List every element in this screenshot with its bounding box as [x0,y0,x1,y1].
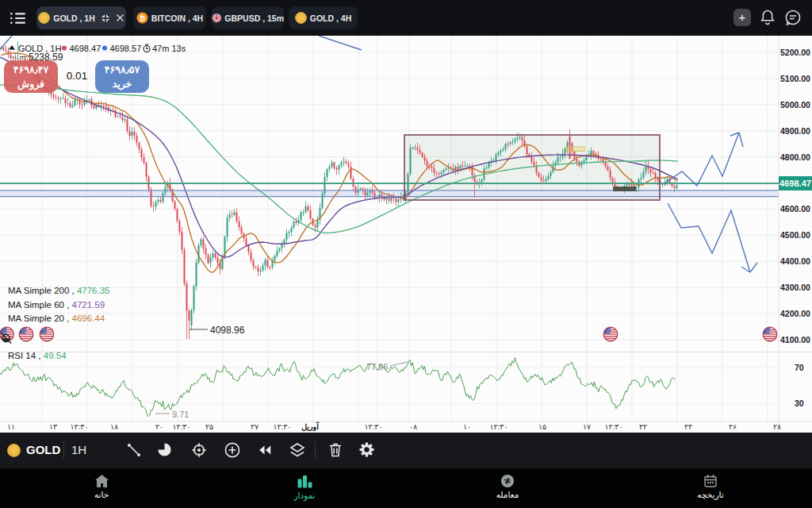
svg-text:5000.00: 5000.00 [780,100,810,110]
svg-text:MA Simple 60 , 4721.59: MA Simple 60 , 4721.59 [8,300,105,310]
svg-text:۱۱: ۱۱ [7,422,15,431]
svg-text:4500.00: 4500.00 [780,230,810,240]
svg-text:30: 30 [795,398,804,408]
svg-text:۲۰: ۲۰ [155,422,163,431]
svg-text:4200.00: 4200.00 [780,309,810,318]
svg-text:4100.00: 4100.00 [780,335,810,344]
svg-text:۱۲:۳۰: ۱۲:۳۰ [172,422,190,431]
svg-text:۲۸: ۲۸ [773,422,781,431]
svg-text:۱۲:۳۰: ۱۲:۳۰ [70,422,88,431]
svg-text:۲۲: ۲۲ [639,422,647,431]
svg-text:۱۳: ۱۳ [49,422,57,431]
svg-text:70: 70 [795,363,804,372]
svg-text:4698.47: 4698.47 [779,179,811,188]
svg-text:5200.00: 5200.00 [780,48,810,57]
svg-text:۲۷: ۲۷ [251,422,259,431]
svg-text:9.71: 9.71 [172,410,189,419]
svg-text:5100.00: 5100.00 [780,74,810,83]
svg-text:۱۲:۳۰: ۱۲:۳۰ [364,422,382,431]
svg-text:آوریل: آوریل [301,421,320,432]
svg-text:۲۵: ۲۵ [205,422,213,431]
svg-text:MA Simple 20 , 4696.44: MA Simple 20 , 4696.44 [8,314,105,323]
svg-text:۲۴: ۲۴ [684,422,692,431]
svg-text:MA Simple 200 , 4776.35: MA Simple 200 , 4776.35 [8,286,110,295]
svg-text:۰۸: ۰۸ [409,422,417,431]
svg-text:RSI 14 , 49.54: RSI 14 , 49.54 [8,351,67,360]
svg-text:۱۲:۳۰: ۱۲:۳۰ [273,422,291,431]
svg-text:۱۲:۳۰: ۱۲:۳۰ [604,422,622,431]
svg-text:77.96: 77.96 [366,362,389,371]
svg-text:۱۲:۳۰: ۱۲:۳۰ [489,422,508,431]
svg-text:۱۵: ۱۵ [538,422,546,431]
svg-text:47m 13s: 47m 13s [152,44,186,53]
svg-text:GOLD , 1H: GOLD , 1H [18,44,61,53]
svg-text:4698.57: 4698.57 [110,44,142,53]
svg-text:4900.00: 4900.00 [780,126,810,136]
svg-text:₿: ₿ [139,13,145,22]
svg-text:4800.00: 4800.00 [780,152,810,162]
svg-text:4600.00: 4600.00 [780,204,810,214]
svg-text:۱۰: ۱۰ [463,422,471,431]
svg-text:4400.00: 4400.00 [780,256,810,266]
svg-text:۲۶: ۲۶ [729,422,737,431]
svg-text:۱۸: ۱۸ [110,422,118,431]
svg-text:۱۷: ۱۷ [583,422,591,431]
svg-text:4300.00: 4300.00 [780,283,810,292]
svg-text:4098.96: 4098.96 [210,325,245,336]
svg-text:4698.47: 4698.47 [70,44,102,53]
